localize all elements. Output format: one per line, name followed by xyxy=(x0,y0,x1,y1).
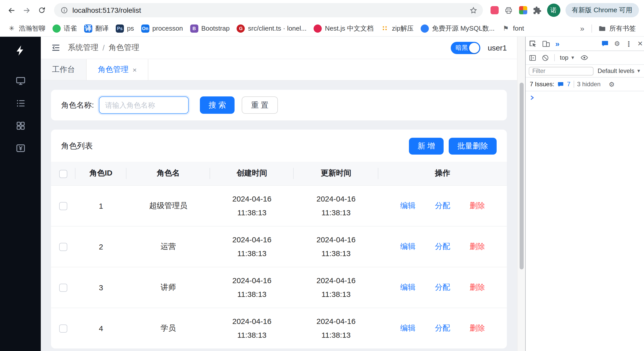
bookmark-favicon: G xyxy=(237,24,245,32)
row-checkbox[interactable] xyxy=(59,284,67,292)
chrome-update-button[interactable]: 有新版 Chrome 可用 xyxy=(565,3,639,17)
edit-link[interactable]: 编辑 xyxy=(400,323,416,333)
column-header-actions: 操作 xyxy=(378,162,507,185)
bookmark-item[interactable]: 译翻译 xyxy=(81,22,112,34)
context-selector[interactable]: top ▼ xyxy=(560,54,575,61)
cell-updated-time: 2024-04-1611:38:13 xyxy=(294,185,378,226)
monitor-icon xyxy=(15,75,26,86)
hidden-messages-label[interactable]: 3 hidden xyxy=(577,81,600,88)
clear-console-icon[interactable] xyxy=(542,54,549,61)
tab-close-icon[interactable]: × xyxy=(133,66,137,73)
all-bookmarks-button[interactable]: 所有书签 xyxy=(595,24,639,33)
tab-role-management[interactable]: 角色管理 × xyxy=(87,59,148,80)
bookmark-star-icon[interactable] xyxy=(469,6,478,15)
assign-link[interactable]: 分配 xyxy=(435,201,450,210)
issues-bubble-icon[interactable] xyxy=(601,40,609,47)
sidebar-item-finance[interactable] xyxy=(15,142,26,154)
delete-link[interactable]: 删除 xyxy=(470,282,485,292)
extensions-puzzle-icon[interactable] xyxy=(531,4,544,17)
devtools-panel: » ⚙ ⋮ ✕ top ▼ Default leve xyxy=(525,37,644,351)
refresh-button[interactable] xyxy=(35,3,49,17)
sidebar-item-apps[interactable] xyxy=(15,119,26,132)
inspect-element-icon[interactable] xyxy=(529,40,537,48)
assign-link[interactable]: 分配 xyxy=(435,323,450,333)
console-output[interactable] xyxy=(526,91,644,351)
live-expression-eye-icon[interactable] xyxy=(580,54,588,62)
console-filter-input[interactable] xyxy=(529,67,594,75)
back-button[interactable] xyxy=(4,3,18,17)
sidebar-item-dashboard[interactable] xyxy=(15,74,26,87)
site-info-icon[interactable] xyxy=(60,6,68,14)
app-header: 系统管理 / 角色管理 暗黑 user1 xyxy=(41,37,517,59)
edit-link[interactable]: 编辑 xyxy=(400,201,416,210)
delete-link[interactable]: 删除 xyxy=(470,323,485,333)
tab-workbench[interactable]: 工作台 xyxy=(41,59,87,80)
bookmark-item[interactable]: Onprocesson xyxy=(137,23,186,34)
device-toolbar-icon[interactable] xyxy=(542,40,550,48)
delete-link[interactable]: 删除 xyxy=(470,201,485,210)
bookmarks-list: ✳浩瀚智聊语雀译翻译PspsOnprocessonBBootstrapGsrc/… xyxy=(4,22,576,34)
bookmark-item[interactable]: Nest.js 中文文档 xyxy=(310,22,377,34)
bookmark-item[interactable]: 免费开源 MySQL数... xyxy=(417,22,498,34)
list-icon xyxy=(15,98,26,108)
bookmark-item[interactable]: ✳浩瀚智聊 xyxy=(4,22,49,34)
bookmark-item[interactable]: ∷zip解压 xyxy=(377,22,417,34)
delete-link[interactable]: 删除 xyxy=(470,242,485,251)
bookmark-favicon: ⚑ xyxy=(502,24,510,32)
batch-delete-button[interactable]: 批量删除 xyxy=(449,138,497,155)
bookmark-favicon: 译 xyxy=(84,24,92,32)
url-text: localhost:5173/rolelist xyxy=(72,6,141,14)
select-all-cell xyxy=(51,162,75,185)
reset-button[interactable]: 重 置 xyxy=(242,96,278,114)
menu-fold-icon[interactable] xyxy=(51,43,61,53)
refresh-icon xyxy=(38,6,46,14)
page-scrollbar[interactable] xyxy=(517,37,525,351)
bookmark-favicon: B xyxy=(190,24,198,32)
select-all-checkbox[interactable] xyxy=(59,170,67,178)
more-panels-icon[interactable]: » xyxy=(555,39,560,48)
grid-icon xyxy=(15,120,26,131)
address-bar[interactable]: localhost:5173/rolelist xyxy=(54,3,483,17)
assign-link[interactable]: 分配 xyxy=(435,282,450,292)
bookmarks-overflow-chevron[interactable]: » xyxy=(576,24,588,33)
search-button[interactable]: 搜 索 xyxy=(200,96,235,114)
folder-icon xyxy=(598,24,606,32)
default-levels-dropdown[interactable]: Default levels ▼ xyxy=(598,67,641,74)
bookmark-label: 免费开源 MySQL数... xyxy=(432,24,495,33)
bookmark-item[interactable]: ⚑font xyxy=(498,23,527,34)
devtools-settings-gear-icon[interactable]: ⚙ xyxy=(614,40,620,47)
assign-link[interactable]: 分配 xyxy=(435,242,450,251)
bookmark-item[interactable]: 语雀 xyxy=(49,22,81,34)
console-sidebar-icon[interactable] xyxy=(529,54,536,61)
sidebar-item-list[interactable] xyxy=(15,97,26,109)
issues-label[interactable]: 7 Issues: xyxy=(530,81,554,88)
profile-avatar[interactable]: 诺 xyxy=(547,4,560,17)
role-list-title: 角色列表 xyxy=(61,141,93,152)
bookmark-item[interactable]: Gsrc/client.ts · lonel... xyxy=(233,23,310,34)
role-list-card: 角色列表 新 增 批量删除 角色ID 角色名 创建时间 xyxy=(51,130,507,348)
row-checkbox[interactable] xyxy=(59,325,67,333)
add-button[interactable]: 新 增 xyxy=(409,138,444,155)
edit-link[interactable]: 编辑 xyxy=(400,282,416,292)
extension-icon-colorful[interactable] xyxy=(516,4,530,17)
breadcrumb-root[interactable]: 系统管理 xyxy=(68,43,98,53)
issues-count-bubble-icon[interactable] xyxy=(557,81,564,87)
scrollbar-thumb[interactable] xyxy=(520,83,524,269)
username: user1 xyxy=(488,43,507,52)
devtools-menu-kebab-icon[interactable]: ⋮ xyxy=(625,40,632,48)
edit-link[interactable]: 编辑 xyxy=(400,242,416,251)
print-icon[interactable] xyxy=(502,4,515,17)
issues-settings-gear-icon[interactable]: ⚙ xyxy=(609,81,615,87)
bookmark-label: src/client.ts · lonel... xyxy=(248,24,307,32)
role-name-input[interactable] xyxy=(99,96,189,114)
theme-switch[interactable]: 暗黑 xyxy=(451,42,481,54)
breadcrumb-current: 角色管理 xyxy=(109,43,139,53)
row-checkbox[interactable] xyxy=(59,243,67,251)
issues-count[interactable]: 7 xyxy=(567,81,570,88)
forward-button[interactable] xyxy=(19,3,34,17)
bookmark-item[interactable]: Psps xyxy=(112,23,137,34)
bookmark-item[interactable]: BBootstrap xyxy=(186,23,233,34)
devtools-close-icon[interactable]: ✕ xyxy=(637,40,644,47)
row-checkbox[interactable] xyxy=(59,202,67,210)
extension-icon-pink[interactable] xyxy=(488,4,501,17)
